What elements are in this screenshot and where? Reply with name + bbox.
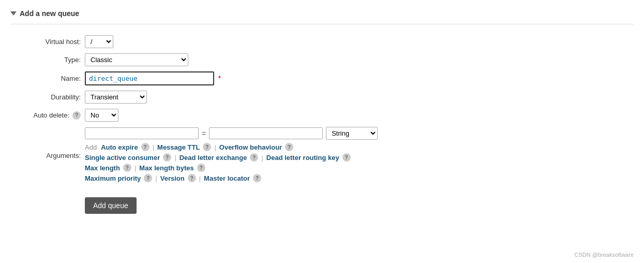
quick-link-single-active-consumer[interactable]: Single active consumer xyxy=(85,154,160,162)
quick-link-maximum-priority[interactable]: Maximum priority xyxy=(85,174,141,182)
auto-delete-label-cell: Auto delete: ? xyxy=(10,106,83,124)
quick-add-row-2: Single active consumer ? | Dead letter e… xyxy=(85,153,632,162)
footer-watermark: CSDN @breaksoftware xyxy=(575,252,634,258)
version-help-icon[interactable]: ? xyxy=(188,174,196,182)
single-active-help-icon[interactable]: ? xyxy=(163,153,171,162)
durability-control: Transient Durable xyxy=(83,88,634,106)
type-row: Type: Classic Quorum Stream xyxy=(10,51,634,69)
collapse-icon[interactable] xyxy=(10,11,17,16)
quick-add-row-4: Maximum priority ? | Version ? | Master … xyxy=(85,174,632,182)
auto-expire-help-icon[interactable]: ? xyxy=(141,143,149,151)
equals-sign: = xyxy=(202,129,206,138)
virtual-host-control: / xyxy=(83,33,634,51)
durability-label: Durability: xyxy=(10,88,83,106)
quick-link-max-length-bytes[interactable]: Max length bytes xyxy=(139,164,193,172)
args-type-select[interactable]: String Number Boolean xyxy=(326,127,378,140)
args-key-input[interactable] xyxy=(85,127,199,139)
type-select[interactable]: Classic Quorum Stream xyxy=(85,53,188,66)
dead-letter-routing-help-icon[interactable]: ? xyxy=(342,153,351,162)
name-control: * xyxy=(83,69,634,88)
arguments-row: Arguments: = String Number Boolean xyxy=(10,124,634,187)
quick-add-row-3: Max length ? | Max length bytes ? xyxy=(85,164,632,172)
auto-delete-help-icon[interactable]: ? xyxy=(72,111,81,120)
quick-link-master-locator[interactable]: Master locator xyxy=(204,174,250,182)
quick-link-message-ttl[interactable]: Message TTL xyxy=(157,143,200,151)
virtual-host-row: Virtual host: / xyxy=(10,33,634,51)
master-locator-help-icon[interactable]: ? xyxy=(253,174,261,182)
section-title: Add a new queue xyxy=(20,9,79,18)
auto-delete-row: Auto delete: ? No Yes xyxy=(10,106,634,124)
quick-link-version[interactable]: Version xyxy=(160,174,185,182)
virtual-host-select[interactable]: / xyxy=(85,35,113,48)
add-label: Add xyxy=(85,143,97,151)
durability-select[interactable]: Transient Durable xyxy=(85,91,147,104)
page-container: Add a new queue Virtual host: / Type: Cl… xyxy=(0,0,644,263)
arguments-label: Arguments: xyxy=(10,124,83,187)
quick-link-dead-letter-exchange[interactable]: Dead letter exchange xyxy=(179,154,247,162)
max-length-help-icon[interactable]: ? xyxy=(123,164,131,172)
overflow-help-icon[interactable]: ? xyxy=(285,143,293,151)
auto-delete-control: No Yes xyxy=(83,106,634,124)
type-control: Classic Quorum Stream xyxy=(83,51,634,69)
add-queue-button[interactable]: Add queue xyxy=(85,197,137,214)
durability-row: Durability: Transient Durable xyxy=(10,88,634,106)
auto-delete-label: Auto delete: xyxy=(34,111,69,119)
message-ttl-help-icon[interactable]: ? xyxy=(203,143,211,151)
virtual-host-label: Virtual host: xyxy=(10,33,83,51)
max-length-bytes-help-icon[interactable]: ? xyxy=(197,164,205,172)
quick-link-overflow-behaviour[interactable]: Overflow behaviour xyxy=(219,143,282,151)
form-table: Virtual host: / Type: Classic Quorum Str… xyxy=(10,33,634,187)
max-priority-help-icon[interactable]: ? xyxy=(144,174,152,182)
quick-link-dead-letter-routing-key[interactable]: Dead letter routing key xyxy=(266,154,339,162)
section-header: Add a new queue xyxy=(10,5,634,24)
required-star: * xyxy=(218,74,221,82)
quick-link-max-length[interactable]: Max length xyxy=(85,164,120,172)
quick-add-row-1: Add Auto expire ? | Message TTL ? | Over… xyxy=(85,143,632,151)
type-label: Type: xyxy=(10,51,83,69)
name-row: Name: * xyxy=(10,69,634,88)
args-value-input[interactable] xyxy=(209,127,323,139)
args-input-container: = String Number Boolean xyxy=(85,127,632,140)
quick-link-auto-expire[interactable]: Auto expire xyxy=(101,143,138,151)
auto-delete-select[interactable]: No Yes xyxy=(85,109,118,122)
arguments-control: = String Number Boolean Add Aut xyxy=(83,124,634,187)
name-label: Name: xyxy=(10,69,83,88)
quick-add-section: Add Auto expire ? | Message TTL ? | Over… xyxy=(85,143,632,182)
dead-letter-exchange-help-icon[interactable]: ? xyxy=(250,153,258,162)
name-input[interactable] xyxy=(85,71,214,85)
